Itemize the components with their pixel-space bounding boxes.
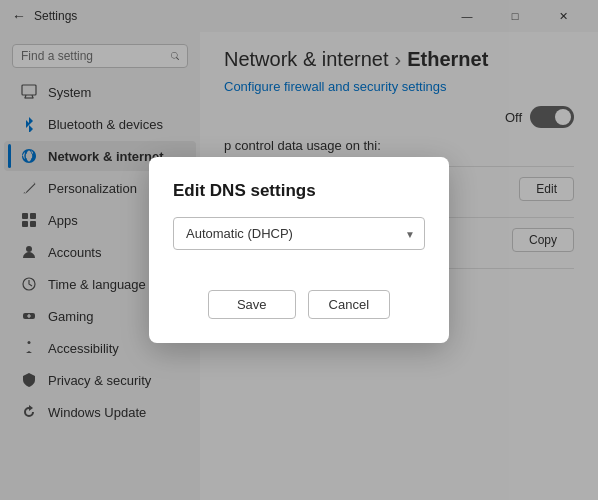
dialog-title: Edit DNS settings xyxy=(173,181,425,201)
save-button[interactable]: Save xyxy=(208,290,296,319)
dns-mode-select[interactable]: Automatic (DHCP) Manual xyxy=(173,217,425,250)
dns-select-wrapper: Automatic (DHCP) Manual ▼ xyxy=(173,217,425,250)
cancel-button[interactable]: Cancel xyxy=(308,290,390,319)
modal-overlay: Edit DNS settings Automatic (DHCP) Manua… xyxy=(0,0,598,500)
edit-dns-dialog: Edit DNS settings Automatic (DHCP) Manua… xyxy=(149,157,449,343)
dialog-actions: Save Cancel xyxy=(173,290,425,319)
